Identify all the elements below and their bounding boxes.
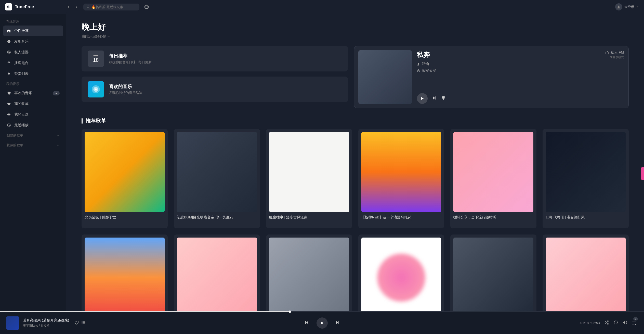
side-handle[interactable] bbox=[641, 167, 644, 180]
sidebar-item-recent[interactable]: 最近播放 bbox=[3, 120, 63, 131]
daily-recommend-tile[interactable]: 18 每日推荐 根据你的音乐口味 · 每日更新 bbox=[82, 46, 348, 71]
search-icon bbox=[86, 5, 90, 9]
svg-point-13 bbox=[8, 52, 9, 53]
avatar bbox=[615, 3, 622, 10]
progress-bar[interactable] bbox=[0, 311, 644, 312]
heart-icon bbox=[7, 91, 11, 95]
svg-point-11 bbox=[9, 41, 9, 42]
queue-button[interactable]: 1 bbox=[632, 321, 638, 325]
playlist-card[interactable]: 喜欢的歌要一直听 爱的人要拉紧 bbox=[174, 234, 260, 312]
playlist-cover bbox=[453, 132, 533, 212]
svg-point-8 bbox=[618, 6, 619, 7]
sidebar-item-cloud[interactable]: 我的云盘 bbox=[3, 109, 63, 120]
sidebar-item-label: 我的云盘 bbox=[14, 112, 29, 117]
app-logo[interactable]: TuneFree bbox=[5, 3, 34, 10]
svg-rect-36 bbox=[305, 321, 306, 324]
playlist-button[interactable] bbox=[81, 320, 86, 326]
svg-marker-38 bbox=[321, 321, 324, 325]
sidebar-item-podcast[interactable]: 播客电台 bbox=[3, 58, 63, 68]
playlist-card[interactable]: 初恋BGM|目光明暗交杂 你一笑生花 bbox=[174, 129, 260, 228]
svg-rect-0 bbox=[7, 6, 8, 7]
search-input[interactable] bbox=[91, 5, 136, 9]
header: TuneFree 未登录 bbox=[0, 0, 644, 14]
playlist-card[interactable]: 爱本身就是无解的命题 bbox=[358, 234, 444, 312]
playlist-card[interactable]: 听歌 发呆 想你. bbox=[543, 234, 629, 312]
section-title: 推荐歌单 bbox=[86, 117, 106, 124]
app-name: TuneFree bbox=[15, 4, 34, 9]
playlist-card[interactable]: 车载奢靡享受Deep House深度灵魂慢摇 bbox=[450, 234, 536, 312]
svg-line-43 bbox=[605, 321, 606, 322]
playlist-card[interactable]: 【晚霞和风】你和晚霞一样浪漫 bbox=[82, 234, 168, 312]
album-icon bbox=[417, 69, 420, 72]
sidebar-item-liked[interactable]: 喜欢的音乐 ☁ bbox=[3, 88, 63, 98]
chevron-up-icon bbox=[57, 134, 60, 137]
prev-button[interactable] bbox=[304, 320, 309, 326]
star-icon bbox=[7, 102, 11, 106]
globe-icon bbox=[144, 5, 149, 9]
fm-album[interactable]: 长安长安 bbox=[422, 68, 436, 73]
fm-dislike-button[interactable] bbox=[441, 96, 446, 101]
sidebar-item-collection[interactable]: 我的收藏 bbox=[3, 98, 63, 109]
fm-cover[interactable] bbox=[358, 50, 412, 104]
fm-artist[interactable]: 郑钧 bbox=[422, 62, 429, 66]
svg-marker-9 bbox=[637, 7, 638, 7]
fm-track-title: 私奔 bbox=[417, 50, 625, 59]
now-playing-title[interactable]: 若月亮没来 (若是月亮还没来) bbox=[23, 318, 69, 323]
sidebar-item-roam[interactable]: 私人漫游 bbox=[3, 47, 63, 58]
language-button[interactable] bbox=[142, 3, 151, 11]
nav-back-button[interactable] bbox=[65, 3, 72, 10]
svg-point-22 bbox=[418, 63, 419, 64]
now-playing-cover[interactable] bbox=[6, 316, 19, 330]
playlist-cover bbox=[177, 132, 257, 212]
next-icon bbox=[335, 320, 340, 325]
progress-thumb[interactable] bbox=[289, 311, 291, 313]
history-icon bbox=[7, 123, 11, 128]
shuffle-button[interactable] bbox=[604, 320, 609, 326]
sidebar-created-playlists[interactable]: 创建的歌单 bbox=[3, 131, 63, 140]
play-icon bbox=[320, 321, 324, 325]
like-button[interactable] bbox=[74, 320, 79, 326]
time-display: 01:18 / 02:53 bbox=[581, 321, 600, 325]
play-button[interactable] bbox=[317, 317, 328, 329]
liked-music-tile[interactable]: 喜欢的音乐 发现你独特的音乐品味 bbox=[82, 77, 348, 102]
prev-icon bbox=[304, 320, 309, 325]
fm-card: 私奔 郑钧 长安长安 bbox=[354, 46, 629, 108]
playlist-card[interactable]: 10年代粤语 | 港台流行风 bbox=[543, 129, 629, 228]
next-button[interactable] bbox=[335, 320, 340, 326]
playlist-card[interactable]: 【旋律R&B】造一个浪漫乌托邦 bbox=[358, 129, 444, 228]
playlist-card[interactable]: 红尘往事 | 漫步古风江南 bbox=[266, 129, 352, 228]
playlist-cover bbox=[177, 238, 257, 312]
fm-next-button[interactable] bbox=[432, 96, 437, 101]
svg-rect-40 bbox=[338, 321, 339, 324]
playlist-card[interactable]: 循环分享：当下流行随时听 bbox=[450, 129, 536, 228]
chevron-up-icon bbox=[57, 144, 60, 147]
svg-line-5 bbox=[89, 8, 90, 8]
tile-sub: 发现你独特的音乐品味 bbox=[109, 91, 142, 95]
playlist-cover bbox=[85, 238, 165, 312]
playlist-card[interactable]: 人与人的羁绊本就薄如蝉翼0.8x bbox=[266, 234, 352, 312]
now-playing-artist[interactable]: 王宇宙Leto / 乔浚丞 bbox=[23, 324, 69, 328]
tile-title: 喜欢的音乐 bbox=[109, 83, 142, 90]
sidebar-collected-playlists[interactable]: 收藏的歌单 bbox=[3, 140, 63, 150]
playlist-card[interactable]: 悲伤至极 | 孤影于世 bbox=[82, 129, 168, 228]
fm-play-button[interactable] bbox=[417, 93, 428, 104]
playlist-cover bbox=[546, 238, 626, 312]
tile-sub: 根据你的音乐口味 · 每日更新 bbox=[109, 60, 152, 65]
queue-count: 1 bbox=[633, 317, 638, 320]
search-box[interactable] bbox=[83, 4, 139, 10]
svg-rect-1 bbox=[8, 6, 8, 8]
user-menu[interactable]: 未登录 bbox=[615, 3, 639, 10]
svg-marker-39 bbox=[336, 321, 338, 324]
nav-forward-button[interactable] bbox=[73, 3, 80, 10]
volume-button[interactable] bbox=[623, 320, 627, 326]
sidebar-item-donate[interactable]: 赞赏列表 bbox=[3, 68, 63, 79]
roam-icon bbox=[7, 50, 11, 55]
sidebar-item-label: 最近播放 bbox=[14, 123, 29, 128]
cloud-icon bbox=[7, 112, 11, 117]
heart-icon bbox=[74, 320, 79, 325]
comment-button[interactable] bbox=[613, 320, 618, 326]
svg-marker-44 bbox=[623, 321, 625, 324]
sidebar-item-discover[interactable]: 发现音乐 bbox=[3, 36, 63, 47]
sidebar-collapse-label: 收藏的歌单 bbox=[7, 143, 23, 147]
sidebar-item-recommend[interactable]: 个性推荐 bbox=[3, 26, 63, 36]
